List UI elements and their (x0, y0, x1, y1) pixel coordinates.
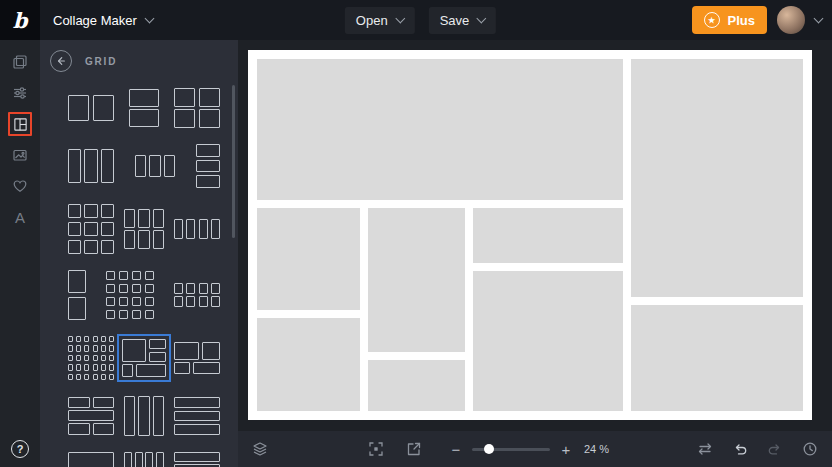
layout-thumb-6x5[interactable] (68, 336, 114, 380)
thumb-cell (93, 355, 98, 361)
thumb-cell (84, 345, 89, 351)
user-avatar[interactable] (777, 6, 805, 34)
layout-thumb-2-columns[interactable] (68, 95, 114, 121)
account-chevron-down-icon[interactable] (814, 13, 824, 23)
thumb-cell (174, 219, 183, 239)
chevron-down-icon (477, 13, 487, 23)
collage-canvas[interactable] (248, 50, 812, 420)
redo-icon (767, 441, 783, 457)
layout-thumb-4x4[interactable] (106, 271, 154, 319)
panel-scrollbar[interactable] (232, 85, 235, 238)
thumb-cell (93, 345, 98, 351)
thumb-cell (106, 310, 115, 319)
thumb-cell (138, 209, 149, 228)
layout-thumb-2-rows-wide[interactable] (68, 452, 114, 467)
thumb-cell (101, 149, 114, 183)
layout-thumb-3x2[interactable] (124, 209, 164, 249)
thumb-cell (68, 397, 90, 408)
shuffle-icon (697, 441, 713, 457)
thumb-cell (119, 297, 128, 306)
text-tool-button[interactable]: A (8, 205, 32, 229)
layout-thumb-mixed-featured[interactable] (122, 339, 166, 377)
thumb-row (68, 270, 220, 320)
open-button-label: Open (356, 13, 388, 28)
thumb-cell (68, 240, 81, 254)
layout-thumb-2-rows[interactable] (129, 89, 159, 127)
thumb-cell (122, 364, 133, 377)
thumb-cell (211, 219, 220, 239)
thumb-cell (68, 297, 86, 320)
thumb-cell (132, 297, 141, 306)
thumb-cell (68, 222, 81, 236)
thumb-cell (136, 364, 166, 377)
thumb-cell (109, 364, 114, 370)
thumb-cell (132, 284, 141, 293)
thumb-cell (164, 155, 175, 177)
back-button[interactable] (50, 50, 72, 72)
befunky-logo[interactable]: b (0, 0, 40, 40)
fit-to-screen-button[interactable] (366, 439, 386, 459)
collage-grid-icon (13, 117, 28, 132)
layout-thumb-3-rows-tall[interactable] (196, 144, 220, 188)
layout-thumb-3-rows-wide-b[interactable] (174, 452, 220, 467)
thumb-cell (174, 88, 195, 107)
chevron-down-icon (395, 13, 405, 23)
thumb-cell (149, 339, 166, 349)
layout-thumb-3x3[interactable] (68, 204, 114, 254)
grid-thumbnails (68, 88, 220, 467)
grid-layouts-tool-button[interactable] (8, 112, 32, 136)
templates-tool-button[interactable] (8, 50, 32, 74)
collage-cell[interactable] (631, 59, 803, 297)
save-button[interactable]: Save (429, 7, 497, 34)
export-view-button[interactable] (404, 439, 424, 459)
collage-cell[interactable] (257, 59, 623, 200)
thumb-cell (101, 374, 106, 380)
thumb-cell (109, 374, 114, 380)
layout-thumb-4-columns[interactable] (174, 219, 220, 239)
plus-upgrade-button[interactable]: ★ Plus (692, 6, 767, 34)
collage-cell[interactable] (368, 208, 465, 352)
layout-thumb-3-columns-square[interactable] (124, 396, 164, 436)
layout-thumb-mixed-right[interactable] (174, 342, 220, 374)
thumb-cell (199, 219, 208, 239)
layout-thumb-4x2[interactable] (174, 283, 220, 307)
collage-cell[interactable] (257, 318, 360, 411)
layout-thumb-3-columns[interactable] (68, 149, 114, 183)
app-title-menu[interactable]: Collage Maker (53, 13, 153, 28)
redo-button[interactable] (765, 439, 785, 459)
images-tool-button[interactable] (8, 143, 32, 167)
collage-cell[interactable] (631, 305, 803, 411)
layout-thumb-3-rows-wide[interactable] (174, 397, 220, 435)
zoom-slider-handle[interactable] (484, 444, 494, 454)
thumb-cell (211, 283, 220, 294)
zoom-slider[interactable] (472, 439, 550, 459)
collage-cell[interactable] (473, 271, 623, 411)
shuffle-layout-button[interactable] (695, 439, 715, 459)
thumb-cell (68, 364, 73, 370)
layout-thumb-2-rows-tall[interactable] (68, 270, 86, 320)
zoom-out-button[interactable]: − (448, 441, 464, 458)
thumb-cell (196, 175, 220, 188)
thumb-cell (68, 345, 73, 351)
adjust-tool-button[interactable] (8, 81, 32, 105)
thumb-cell (124, 396, 135, 436)
collage-cell[interactable] (473, 208, 623, 263)
zoom-in-button[interactable]: + (558, 441, 574, 458)
layout-thumb-mixed-rows[interactable] (68, 397, 114, 435)
history-button[interactable] (800, 439, 820, 459)
collage-cell[interactable] (368, 360, 465, 411)
thumb-cell (138, 396, 149, 436)
graphics-tool-button[interactable] (8, 174, 32, 198)
layout-thumb-3-columns-wide[interactable] (135, 155, 175, 177)
layout-thumb-4x2-b[interactable] (124, 452, 164, 467)
tool-rail: A ? (0, 40, 40, 467)
collage-cell[interactable] (257, 208, 360, 310)
help-button[interactable]: ? (11, 440, 29, 458)
thumb-cell (76, 336, 81, 342)
undo-button[interactable] (730, 439, 750, 459)
thumb-cell (68, 95, 89, 121)
topbar-right: ★ Plus (692, 0, 822, 40)
layers-button[interactable] (250, 439, 270, 459)
layout-thumb-2x2[interactable] (174, 88, 220, 128)
open-button[interactable]: Open (345, 7, 415, 34)
